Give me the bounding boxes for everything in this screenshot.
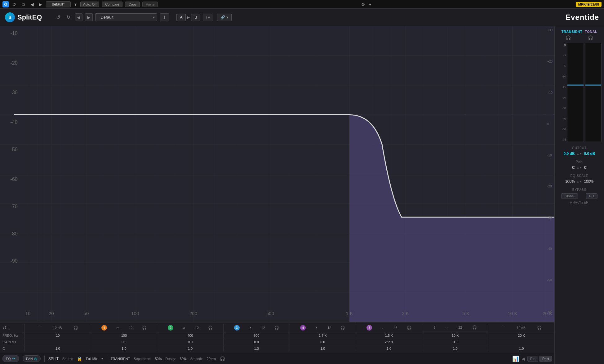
right-headphone[interactable]: 🎧: [588, 35, 593, 40]
band5-headphone[interactable]: 🎧: [407, 326, 411, 330]
prev-icon[interactable]: ◀: [29, 1, 35, 7]
band5-gain[interactable]: -22.9: [356, 339, 422, 345]
pan-arrows[interactable]: ▲▼: [577, 166, 582, 169]
next-icon[interactable]: ▶: [38, 1, 43, 7]
left-meter-handle[interactable]: [567, 85, 584, 86]
info-button[interactable]: i ▾: [203, 14, 213, 21]
nav-prev-button[interactable]: ◀: [75, 13, 82, 21]
band6-gain[interactable]: 0.0: [422, 339, 489, 345]
eq-button[interactable]: EQ 〜: [2, 355, 19, 362]
band0-gain[interactable]: [25, 339, 91, 345]
transient-button[interactable]: TRANSIENT: [562, 30, 582, 33]
undo-button[interactable]: ↺: [54, 13, 62, 21]
loop-icon[interactable]: ↺: [11, 1, 17, 7]
file-icon[interactable]: 🗎: [20, 1, 27, 7]
output-right-value[interactable]: 0.0 dB: [584, 151, 595, 156]
decay-value[interactable]: 30%: [180, 357, 187, 361]
band4-freq[interactable]: 1.7 K: [290, 332, 356, 339]
eq-scale-left[interactable]: 100%: [565, 179, 575, 184]
save-button[interactable]: ⬇: [160, 13, 169, 21]
band0-headphone[interactable]: 🎧: [73, 326, 78, 330]
left-headphone[interactable]: 🎧: [566, 35, 571, 40]
output-left-value[interactable]: 0.0 dB: [564, 151, 575, 156]
right-panel: TRANSIENT TONAL 🎧 🎧 0 -3 -6 -10 -15 -20 …: [554, 26, 604, 364]
band7-freq[interactable]: 20 K: [488, 332, 554, 339]
nav-next-button[interactable]: ▶: [85, 13, 93, 21]
topbar-arrow-icon[interactable]: ▾: [368, 1, 372, 7]
band2-gain[interactable]: 0.0: [157, 339, 224, 345]
global-bypass-button[interactable]: Global: [561, 193, 578, 199]
mpk-badge: MPK49/61/88: [576, 2, 602, 7]
band1-headphone[interactable]: 🎧: [142, 326, 147, 330]
gear-icon[interactable]: ⚙: [361, 2, 365, 7]
band3-circle[interactable]: 3: [234, 325, 240, 331]
pre-post-toggle: Pre Post: [527, 356, 552, 362]
band6-q[interactable]: 1.0: [422, 345, 489, 352]
meter-headphones: 🎧 🎧: [557, 35, 602, 40]
separation-value[interactable]: 50%: [155, 357, 162, 361]
eq-bypass-button[interactable]: EQ: [586, 193, 597, 199]
band2-freq[interactable]: 400: [157, 332, 224, 339]
waveform-icon[interactable]: 📊: [512, 355, 519, 362]
band1-gain[interactable]: 0.0: [91, 339, 158, 345]
band6-headphone[interactable]: 🎧: [472, 325, 477, 330]
band3-q[interactable]: 1.0: [224, 345, 290, 352]
band2-headphone[interactable]: 🎧: [208, 326, 213, 330]
smooth-value[interactable]: 20 ms: [207, 357, 216, 361]
full-mix-label[interactable]: Full Mix: [86, 357, 98, 361]
band0-freq[interactable]: 10: [25, 332, 91, 339]
pre-button[interactable]: Pre: [527, 356, 538, 362]
band5-freq[interactable]: 1.5 K: [356, 332, 422, 339]
down-button[interactable]: ↓: [8, 325, 10, 331]
prev-arrow-icon[interactable]: ◀: [522, 356, 525, 361]
preset-dropdown[interactable]: Default: [95, 13, 157, 21]
smooth-label: Smooth:: [190, 357, 203, 361]
bottom-headphone[interactable]: 🎧: [220, 356, 225, 361]
band1-freq[interactable]: 100: [91, 332, 158, 339]
tonal-button[interactable]: TONAL: [585, 30, 597, 33]
ab-b-button[interactable]: B: [191, 14, 200, 21]
band2-q[interactable]: 1.0: [157, 345, 224, 352]
link-button[interactable]: 🔗 ▾: [217, 14, 231, 21]
compare-button[interactable]: Compare: [102, 2, 122, 7]
copy-button[interactable]: Copy: [125, 2, 140, 7]
band4-circle[interactable]: 4: [300, 325, 306, 331]
pan-button[interactable]: PAN ◎: [23, 355, 41, 362]
eq-scale-arrows[interactable]: ▲▼: [577, 180, 582, 183]
band4-gain[interactable]: 0.0: [290, 339, 356, 345]
preset-name[interactable]: default*: [46, 1, 71, 7]
band4-q[interactable]: 1.0: [290, 345, 356, 352]
band7-q[interactable]: 1.0: [488, 345, 554, 352]
pan-left-value[interactable]: C: [572, 165, 575, 170]
band5-q[interactable]: 1.0: [356, 345, 422, 352]
band6-freq[interactable]: 10 K: [422, 332, 489, 339]
svg-text:5 K: 5 K: [462, 311, 469, 316]
ab-a-button[interactable]: A: [176, 14, 186, 21]
post-button[interactable]: Post: [540, 356, 552, 362]
pan-right-value[interactable]: C: [584, 165, 587, 170]
lock-icon[interactable]: 🔒: [77, 356, 82, 361]
right-meter-handle[interactable]: [585, 85, 602, 86]
band4-db: 12: [327, 326, 331, 330]
eq-scale-right[interactable]: 100%: [584, 179, 593, 184]
dropdown-icon[interactable]: ▾: [73, 1, 78, 7]
power-icon[interactable]: ⏻: [2, 1, 9, 7]
band7-gain[interactable]: [488, 339, 554, 345]
redo-button[interactable]: ↻: [64, 13, 72, 21]
band3-freq[interactable]: 800: [224, 332, 290, 339]
band5-circle[interactable]: 5: [366, 325, 372, 331]
band1-circle[interactable]: 1: [101, 325, 107, 331]
band3-gain[interactable]: 0.0: [224, 339, 290, 345]
band1-q[interactable]: 1.0: [91, 345, 158, 352]
auto-button[interactable]: Auto: Off: [80, 2, 99, 7]
band0-q[interactable]: 1.0: [25, 345, 91, 352]
eq-graph[interactable]: -10 -20 -30 -40 -50 -60 -70 -80 -90 10 2…: [0, 26, 554, 322]
meters-section: 0 -3 -6 -10 -15 -20 -30 -40 -50 -inf: [557, 43, 602, 142]
band7-headphone[interactable]: 🎧: [537, 326, 542, 330]
full-mix-arrow[interactable]: ▾: [101, 357, 103, 360]
output-arrows[interactable]: ▲▼: [577, 152, 582, 155]
band4-headphone[interactable]: 🎧: [340, 326, 345, 330]
reset-button[interactable]: ↺: [2, 325, 7, 331]
band3-headphone[interactable]: 🎧: [274, 326, 279, 330]
band2-circle[interactable]: 2: [168, 325, 173, 331]
